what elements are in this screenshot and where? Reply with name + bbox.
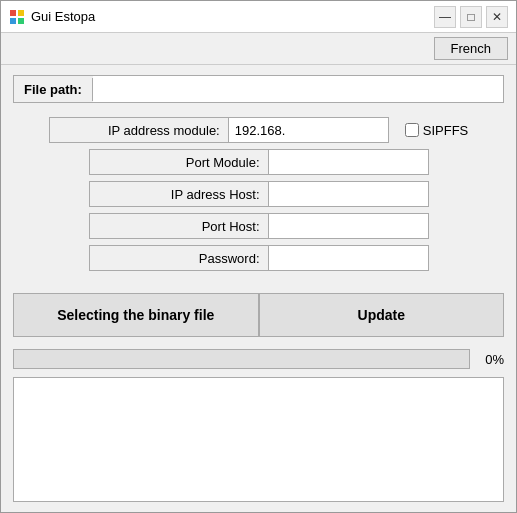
port-host-row: Port Host: (13, 213, 504, 239)
sipffs-label: SIPFFS (423, 123, 469, 138)
form-section: IP address module: SIPFFS Port Module: I… (13, 111, 504, 277)
port-host-label: Port Host: (89, 213, 269, 239)
ip-address-host-label: IP adress Host: (89, 181, 269, 207)
password-row: Password: (13, 245, 504, 271)
port-host-input[interactable] (269, 213, 429, 239)
main-window: Gui Estopa — □ ✕ French File path: IP ad… (0, 0, 517, 513)
svg-rect-2 (10, 18, 16, 24)
password-label: Password: (89, 245, 269, 271)
svg-rect-3 (18, 18, 24, 24)
maximize-button[interactable]: □ (460, 6, 482, 28)
action-buttons-row: Selecting the binary file Update (13, 293, 504, 337)
ip-address-host-input[interactable] (269, 181, 429, 207)
progress-label: 0% (476, 352, 504, 367)
port-module-row: Port Module: (13, 149, 504, 175)
ip-address-host-row: IP adress Host: (13, 181, 504, 207)
window-title: Gui Estopa (31, 9, 95, 24)
menu-bar: French (1, 33, 516, 65)
title-bar: Gui Estopa — □ ✕ (1, 1, 516, 33)
svg-rect-1 (18, 10, 24, 16)
ip-address-module-label: IP address module: (49, 117, 229, 143)
select-binary-button[interactable]: Selecting the binary file (13, 293, 259, 337)
port-module-label: Port Module: (89, 149, 269, 175)
log-area[interactable] (13, 377, 504, 502)
sipffs-checkbox[interactable] (405, 123, 419, 137)
svg-rect-0 (10, 10, 16, 16)
app-icon (9, 9, 25, 25)
port-module-input[interactable] (269, 149, 429, 175)
password-input[interactable] (269, 245, 429, 271)
file-path-input[interactable] (93, 76, 503, 102)
progress-row: 0% (13, 349, 504, 369)
content-area: File path: IP address module: SIPFFS Por… (1, 65, 516, 512)
close-button[interactable]: ✕ (486, 6, 508, 28)
update-button[interactable]: Update (259, 293, 505, 337)
title-bar-left: Gui Estopa (9, 9, 95, 25)
title-controls: — □ ✕ (434, 6, 508, 28)
french-language-button[interactable]: French (434, 37, 508, 60)
ip-address-module-input[interactable] (229, 117, 389, 143)
sipffs-checkbox-row: SIPFFS (405, 123, 469, 138)
progress-bar-container (13, 349, 470, 369)
minimize-button[interactable]: — (434, 6, 456, 28)
ip-address-module-row: IP address module: SIPFFS (13, 117, 504, 143)
file-path-row: File path: (13, 75, 504, 103)
file-path-label: File path: (14, 78, 93, 101)
